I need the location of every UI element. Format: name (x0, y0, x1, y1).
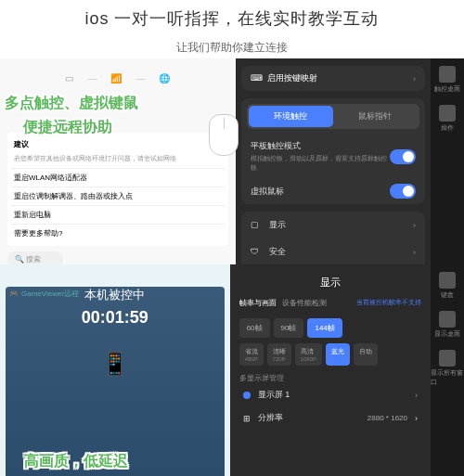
display-settings-panel: 显示 帧率与画面 设备性能检测 当前被控机帧率不支持 60帧 90帧 144帧 … (230, 264, 431, 476)
keymap-icon: ⌨ (251, 73, 262, 84)
suggestion-item[interactable]: 重新启电脑 (11, 205, 225, 224)
quality-hd-option[interactable]: 高清 1080P (295, 343, 322, 366)
rate-warning: 当前被控机帧率不支持 (356, 298, 421, 308)
settings-panel-top: ⌨ 启用按键映射 › 环境触控 鼠标指针 平板触控模式 模拟触控板，滑动以及原标… (236, 58, 431, 264)
mouse-illustration (209, 114, 238, 156)
resolution-row[interactable]: ⊞ 分辨率 2880 * 1620 › (239, 406, 421, 430)
operate-icon (439, 105, 456, 122)
radio-selected-icon (243, 392, 251, 399)
sidebar-item-touch-desktop[interactable]: 触控桌面 (434, 66, 460, 94)
display-icon: ▢ (251, 220, 262, 231)
globe-icon: 🌐 (159, 73, 170, 84)
keymap-row[interactable]: ⌨ 启用按键映射 › (241, 66, 425, 91)
multi-display-heading: 多显示屏管理 (239, 373, 421, 383)
keyboard-icon (439, 272, 456, 289)
show-desktop-icon (439, 311, 456, 328)
fps-90-option[interactable]: 90帧 (274, 318, 304, 338)
laptop-icon: ▭ (65, 73, 73, 84)
chevron-right-icon: › (413, 74, 416, 84)
phone-icon: 📱 (6, 351, 225, 377)
quality-saver-option[interactable]: 省流 480P (239, 343, 264, 366)
right-sidebar: 触控桌面 操作 (431, 58, 464, 264)
menu-display[interactable]: ▢ 显示 › (241, 212, 425, 238)
touch-mode-toggle[interactable] (390, 149, 416, 164)
fps-144-option[interactable]: 144帧 (307, 318, 342, 338)
right-sidebar-bottom: 键盘 显示桌面 显示所有窗口 (431, 264, 464, 476)
suggestion-item[interactable]: 重启WLAN网络适配器 (11, 168, 225, 187)
display-1-item[interactable]: 显示屏 1 › (239, 383, 421, 406)
sidebar-item-keyboard[interactable]: 键盘 (439, 272, 456, 300)
quality-auto-option[interactable]: 自动 (354, 343, 378, 366)
controlled-panel: 🎮 GameViewer远程 本机被控中 00:01:59 📱 高画质，低延迟 (0, 264, 230, 476)
page-subtitle: 让我们帮助你建立连接 (0, 37, 464, 58)
menu-security[interactable]: 🛡 安全 › (241, 238, 425, 265)
session-timer: 00:01:59 (6, 308, 225, 328)
tab-device-perf[interactable]: 设备性能检测 (282, 298, 327, 308)
wifi-icon: 📶 (110, 73, 122, 84)
show-windows-icon (439, 350, 456, 367)
app-logo-icon: 🎮 (9, 289, 19, 298)
sidebar-item-show-desktop[interactable]: 显示桌面 (434, 311, 460, 339)
app-name-bar: 🎮 GameViewer远程 (9, 289, 79, 299)
feature-caption-top: 多点触控、虚拟键鼠 便捷远程协助 (5, 91, 138, 138)
virtual-mouse-toggle[interactable] (390, 184, 416, 199)
resolution-icon: ⊞ (243, 414, 251, 423)
suggestion-item[interactable]: 需要更多帮助? (11, 224, 225, 242)
suggestion-list: 建议 若您希望在其他设备或网络环境打开问题，请尝试如网络 重启WLAN网络适配器… (7, 133, 228, 246)
fps-60-option[interactable]: 60帧 (239, 318, 270, 338)
quality-clear-option[interactable]: 清晰 720P (267, 343, 291, 366)
sidebar-item-show-windows[interactable]: 显示所有窗口 (431, 350, 464, 387)
feature-caption-bottom: 高画质，低延迟 (24, 452, 128, 471)
display-panel-title: 显示 (239, 272, 421, 293)
quality-bluray-option[interactable]: 蓝光 (326, 343, 350, 366)
touch-desktop-icon (439, 66, 456, 83)
suggestion-item[interactable]: 重启位调制解调器、路由器或接入点 (11, 187, 225, 205)
shield-icon: 🛡 (251, 247, 262, 258)
sidebar-item-operate[interactable]: 操作 (439, 105, 456, 133)
tab-touch[interactable]: 环境触控 (249, 106, 333, 127)
connection-help-panel: ▭ — 📶 — 🌐 多点触控、虚拟键鼠 便捷远程协助 建议 若您希望在其他设备或… (0, 58, 236, 264)
page-title: ios 一对一听指挥，在线实时教学互动 (0, 0, 464, 37)
tab-framerate[interactable]: 帧率与画面 (239, 298, 277, 308)
tab-mouse-pointer[interactable]: 鼠标指针 (333, 106, 418, 127)
